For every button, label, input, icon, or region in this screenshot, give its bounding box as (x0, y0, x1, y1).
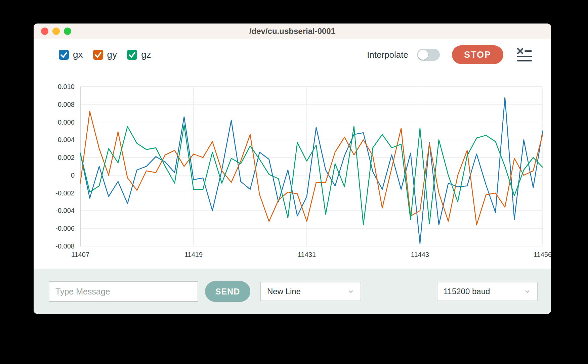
y-tick-label: 0.002 (34, 153, 75, 162)
message-input[interactable] (49, 281, 198, 302)
send-button[interactable]: SEND (205, 281, 250, 302)
window-titlebar: /dev/cu.usbserial-0001 (34, 24, 551, 39)
series-checkbox-label: gy (107, 49, 117, 60)
plot-area (80, 87, 543, 246)
interpolate-toggle[interactable] (417, 49, 440, 61)
series-checkbox-gx[interactable]: gx (59, 49, 83, 60)
checkbox-checked-icon (93, 50, 103, 60)
y-tick-label: 0.006 (34, 118, 75, 127)
y-tick-label: -0.008 (34, 242, 75, 251)
x-tick-label: 11443 (403, 251, 437, 259)
toggle-knob-icon (418, 50, 428, 60)
y-tick-label: -0.004 (34, 206, 75, 215)
series-checkbox-label: gx (73, 49, 83, 60)
baud-rate-value: 115200 baud (444, 287, 490, 296)
checkbox-checked-icon (59, 50, 69, 60)
stop-button[interactable]: STOP (452, 45, 503, 64)
window-title: /dev/cu.usbserial-0001 (34, 24, 551, 39)
clear-list-icon[interactable] (516, 47, 532, 62)
toolbar: gxgygz Interpolate STOP (34, 39, 551, 70)
line-chart: 0.0100.0080.0060.0040.0020-0.002-0.004-0… (34, 70, 551, 272)
series-toggle-group: gxgygz (59, 49, 151, 60)
checkbox-checked-icon (127, 50, 137, 60)
interpolate-label: Interpolate (367, 50, 408, 60)
message-bar: SEND New Line ⌄ 115200 baud ⌄ (34, 269, 551, 314)
serial-plotter-window: /dev/cu.usbserial-0001 gxgygz Interpolat… (34, 24, 551, 314)
line-ending-value: New Line (267, 287, 301, 296)
y-tick-label: 0.010 (34, 82, 75, 91)
x-tick-label: 11456 (526, 251, 551, 259)
x-tick-label: 11407 (64, 251, 97, 259)
y-tick-label: 0.004 (34, 135, 75, 144)
series-checkbox-gz[interactable]: gz (127, 49, 151, 60)
desktop-background: /dev/cu.usbserial-0001 gxgygz Interpolat… (0, 0, 588, 364)
y-tick-label: 0.008 (34, 100, 75, 109)
toolbar-right-group: Interpolate STOP (367, 45, 532, 64)
x-tick-label: 11431 (290, 251, 324, 259)
line-ending-select[interactable]: New Line ⌄ (260, 282, 361, 301)
y-tick-label: 0 (34, 171, 75, 180)
chevron-down-icon: ⌄ (523, 286, 532, 293)
y-tick-label: -0.002 (34, 189, 75, 197)
series-checkbox-label: gz (141, 49, 151, 60)
series-checkbox-gy[interactable]: gy (93, 49, 117, 60)
baud-rate-select[interactable]: 115200 baud ⌄ (437, 282, 538, 301)
y-tick-label: -0.006 (34, 224, 75, 233)
chevron-down-icon: ⌄ (347, 286, 355, 293)
x-tick-label: 11419 (177, 251, 210, 259)
